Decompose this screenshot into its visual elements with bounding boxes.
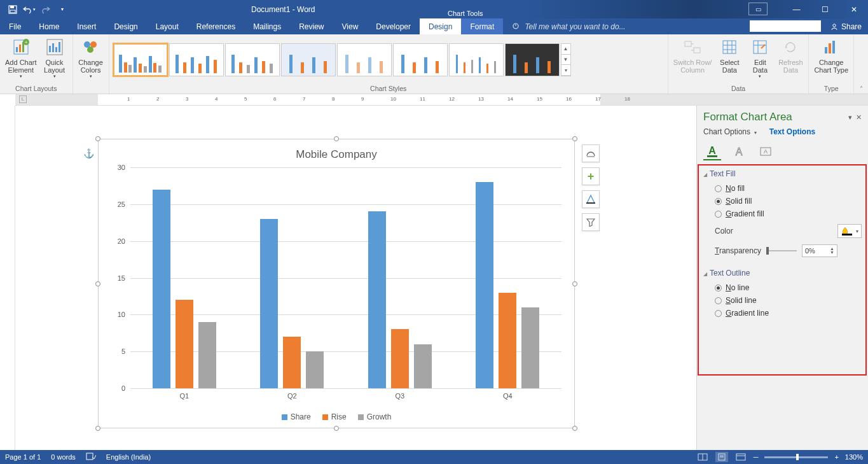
zoom-slider[interactable] [764, 456, 828, 458]
style-thumb-3[interactable] [225, 43, 280, 76]
minimize-icon[interactable]: — [782, 0, 811, 18]
legend-item[interactable]: Rise [322, 412, 347, 421]
resize-handle[interactable] [572, 281, 577, 286]
group-chart-styles: ▲▼▾ Chart Styles [109, 34, 668, 94]
pane-close-icon[interactable]: ✕ [856, 113, 862, 122]
style-thumb-6[interactable] [393, 43, 448, 76]
tab-insert[interactable]: Insert [68, 18, 105, 34]
style-thumb-2[interactable] [169, 43, 224, 76]
tab-references[interactable]: References [188, 18, 244, 34]
share-button[interactable]: Share [823, 18, 868, 34]
legend-item[interactable]: Share [282, 412, 311, 421]
change-chart-type-button[interactable]: Change Chart Type [811, 36, 851, 81]
chart-object[interactable]: ⚓ + Mobile Company Q1Q2Q3Q [98, 139, 575, 428]
edit-data-button[interactable]: Edit Data▾ [745, 36, 775, 81]
save-icon[interactable] [5, 2, 20, 17]
switch-row-column-button: Switch Row/ Column [671, 36, 715, 81]
svg-rect-21 [694, 48, 700, 53]
resize-handle[interactable] [95, 426, 100, 431]
ribbon-display-options-icon[interactable]: ▭ [748, 3, 768, 15]
chart-title[interactable]: Mobile Company [105, 146, 568, 167]
resize-handle[interactable] [572, 136, 577, 141]
tell-me-search[interactable]: Tell me what you want to do... [503, 18, 747, 34]
print-layout-icon[interactable] [715, 452, 728, 462]
svg-rect-2 [10, 10, 15, 13]
language-indicator[interactable]: English (India) [106, 453, 151, 461]
bar-share[interactable] [260, 219, 278, 388]
chart-styles-gallery[interactable]: ▲▼▾ [112, 42, 572, 78]
resize-handle[interactable] [95, 281, 100, 286]
bar-share[interactable] [153, 190, 170, 388]
bar-growth[interactable] [306, 351, 324, 388]
tab-layout[interactable]: Layout [147, 18, 188, 34]
bar-rise[interactable] [176, 300, 193, 388]
tab-review[interactable]: Review [290, 18, 333, 34]
bar-share[interactable] [476, 182, 493, 388]
select-data-button[interactable]: Select Data [714, 36, 745, 81]
resize-handle[interactable] [334, 136, 339, 141]
style-thumb-5[interactable] [337, 43, 392, 76]
chart-legend[interactable]: ShareRiseGrowth [105, 407, 568, 421]
format-chart-area-pane: Format Chart Area ▾✕ Chart Options Text … [696, 106, 868, 450]
zoom-out-button[interactable]: ─ [754, 453, 759, 461]
chart-elements-icon[interactable]: + [582, 167, 600, 185]
web-layout-icon[interactable] [734, 452, 747, 462]
bar-rise[interactable] [499, 293, 516, 388]
style-thumb-4[interactable] [281, 43, 336, 76]
x-axis-label: Q3 [346, 388, 454, 407]
layout-options-icon[interactable] [582, 144, 600, 162]
resize-handle[interactable] [95, 136, 100, 141]
legend-item[interactable]: Growth [358, 412, 392, 421]
plot-area[interactable]: Q1Q2Q3Q4 051015202530 [105, 167, 568, 407]
group-type: Change Chart Type Type [809, 34, 854, 94]
pane-options-dropdown-icon[interactable]: ▾ [848, 113, 852, 122]
transparency-slider[interactable] [766, 250, 797, 251]
text-effects-tab-icon[interactable]: A [730, 143, 748, 160]
bar-growth[interactable] [521, 307, 539, 388]
change-colors-button[interactable]: Change Colors▾ [76, 36, 106, 81]
word-count[interactable]: 0 words [51, 453, 76, 461]
tab-home[interactable]: Home [30, 18, 68, 34]
chart-filters-icon[interactable] [582, 213, 600, 231]
add-chart-element-button[interactable]: + Add Chart Element▾ [3, 36, 39, 81]
read-mode-icon[interactable] [696, 452, 709, 462]
color-picker-button[interactable] [837, 224, 862, 238]
bar-rise[interactable] [283, 337, 301, 388]
search-input[interactable] [750, 20, 821, 32]
redo-icon[interactable] [38, 2, 53, 17]
tab-design[interactable]: Design [105, 18, 146, 34]
tab-mailings[interactable]: Mailings [244, 18, 290, 34]
zoom-value[interactable]: 130% [845, 453, 863, 461]
tab-chart-format[interactable]: Format [461, 18, 503, 34]
undo-icon[interactable]: ▾ [22, 2, 37, 17]
tab-view[interactable]: View [333, 18, 368, 34]
spell-check-icon[interactable] [86, 452, 96, 462]
style-thumb-7[interactable] [449, 43, 504, 76]
chart-styles-icon[interactable] [582, 190, 600, 208]
text-fill-outline-tab-icon[interactable]: A [703, 143, 721, 160]
group-chart-layouts: + Add Chart Element▾ Quick Layout▾ Chart… [0, 34, 73, 94]
maximize-icon[interactable]: ☐ [811, 0, 839, 18]
bar-growth[interactable] [414, 344, 432, 388]
group-data: Switch Row/ Column Select Data Edit Data… [668, 34, 809, 94]
gallery-more-button[interactable]: ▲▼▾ [561, 43, 571, 76]
resize-handle[interactable] [334, 426, 339, 431]
close-icon[interactable]: ✕ [839, 0, 868, 18]
zoom-in-button[interactable]: + [834, 453, 838, 461]
bar-rise[interactable] [391, 329, 409, 388]
resize-handle[interactable] [572, 426, 577, 431]
textbox-tab-icon[interactable]: A [757, 143, 775, 160]
collapse-ribbon-icon[interactable]: ˄ [854, 34, 868, 94]
tab-chart-design[interactable]: Design [420, 18, 461, 34]
tab-developer[interactable]: Developer [367, 18, 420, 34]
page-indicator[interactable]: Page 1 of 1 [5, 453, 41, 461]
bar-growth[interactable] [198, 322, 216, 388]
qat-customize-icon[interactable]: ▾ [55, 2, 70, 17]
bar-share[interactable] [368, 211, 386, 388]
style-thumb-8[interactable] [505, 43, 560, 76]
style-thumb-1[interactable] [113, 43, 168, 76]
quick-layout-button[interactable]: Quick Layout▾ [39, 36, 70, 81]
text-options-link[interactable]: Text Options [769, 127, 815, 136]
tab-file[interactable]: File [0, 18, 30, 34]
chart-options-link[interactable]: Chart Options [703, 127, 757, 136]
